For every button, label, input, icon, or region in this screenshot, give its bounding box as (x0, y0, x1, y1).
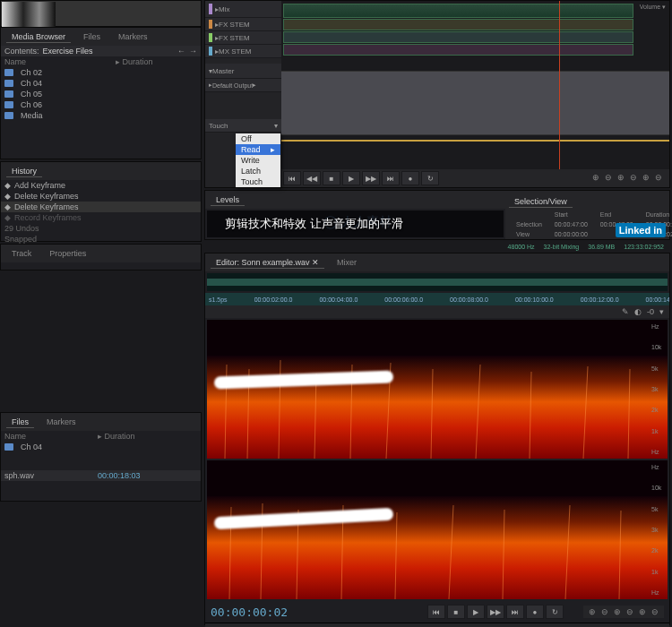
transport-ff[interactable]: ▶▶ (487, 605, 504, 619)
history-item[interactable]: ◆ Record Keyframes (1, 212, 201, 223)
history-panel: History ◆ Add Keyframe ◆ Delete Keyframe… (0, 161, 202, 242)
history-tab[interactable]: History (6, 166, 42, 177)
chevron-down-icon: ▾ (274, 122, 278, 130)
undo-count: 29 Undos (4, 224, 39, 233)
default-output[interactable]: Default Output (212, 82, 253, 89)
files-tab[interactable]: Files (78, 31, 106, 42)
folder-item[interactable]: Ch 05 (1, 89, 201, 99)
snapped-label: Snapped (4, 235, 37, 244)
audio-clip[interactable] (283, 4, 633, 18)
files-folder-item[interactable]: Ch 04 (1, 442, 201, 452)
nav-back-icon[interactable]: ← (177, 47, 185, 56)
transport-rewind[interactable]: ⏮ (283, 171, 301, 185)
folder-list: Ch 02 Ch 04 Ch 05 Ch 06 Media (1, 67, 201, 121)
transport-rewind[interactable]: ⏮ (427, 605, 445, 619)
duration-column-header[interactable]: ▸ Duration (116, 57, 153, 66)
editor-tab[interactable]: Editor: Sonn example.wav ✕ (211, 257, 324, 269)
automation-menu: Off Read ▸ Write Latch Touch (236, 133, 280, 187)
contents-label: Contents: (4, 47, 39, 56)
automation-option-read[interactable]: Read ▸ (236, 144, 280, 155)
svg-rect-15 (207, 496, 668, 599)
transport-ff[interactable]: ▶▶ (362, 171, 380, 185)
history-item[interactable]: ◆ Delete Keyframes (1, 202, 201, 212)
mixer-tab[interactable]: Mixer (332, 257, 362, 268)
svg-rect-2 (207, 356, 668, 459)
folder-item[interactable]: Media (1, 110, 201, 121)
folder-item[interactable]: Ch 06 (1, 99, 201, 110)
files-panel: Files Markers Name ▸ Duration Ch 04 sph.… (0, 412, 202, 502)
folder-item[interactable]: Ch 04 (1, 78, 201, 89)
folder-item[interactable]: Ch 02 (1, 67, 201, 78)
selection-view-tab[interactable]: Selection/View (509, 196, 573, 208)
media-browser-tab[interactable]: Media Browser (6, 31, 71, 43)
clip-duration: 00:00:18:03 (98, 471, 141, 480)
nav-fwd-icon[interactable]: → (189, 47, 197, 56)
linkedin-badge: Linked in (616, 223, 666, 237)
zoom-in-icon[interactable]: ⊕ (589, 607, 596, 616)
zoom-controls[interactable]: ⊕⊖⊕⊖⊕⊖ (587, 171, 668, 185)
transport-record[interactable]: ● (526, 605, 544, 619)
transport-stop[interactable]: ■ (447, 605, 465, 619)
zoom-out-icon[interactable]: ⊖ (601, 607, 608, 616)
transport-record[interactable]: ● (401, 171, 419, 185)
markers-tab[interactable]: Markers (113, 31, 153, 42)
automation-option-off[interactable]: Off (236, 133, 280, 144)
transport-stop[interactable]: ■ (323, 171, 340, 185)
files-tab-bottom[interactable]: Files (6, 417, 34, 428)
transport-play[interactable]: ▶ (342, 171, 360, 185)
automation-option-write[interactable]: Write (236, 155, 280, 166)
editor-panel: Editor: Sonn example.wav ✕ Mixer s1.5ps0… (204, 253, 670, 625)
sel-start[interactable]: 00:00:47:00 (549, 220, 593, 228)
name-column-header[interactable]: Name (4, 57, 112, 66)
levels-tab[interactable]: Levels (211, 194, 245, 206)
markers-tab-bottom[interactable]: Markers (41, 417, 82, 427)
history-item[interactable]: ◆ Delete Keyframes (1, 191, 201, 202)
transport-loop[interactable]: ↻ (546, 605, 564, 619)
path-value: Exercise Files (43, 47, 93, 56)
transport-controls: ⏮ ◀◀ ■ ▶ ▶▶ ⏭ ● ↻ ⊕⊖⊕⊖⊕⊖ (281, 169, 669, 187)
duration-header[interactable]: ▸ Duration (98, 432, 135, 441)
subtitle-text: 剪辑技术和特效 让声音更加的平滑 (225, 216, 403, 232)
automation-mode-dropdown[interactable]: Touch▾ (205, 119, 281, 133)
spectrogram-right[interactable]: Hz10k5k3k2k1kHz (207, 460, 668, 599)
audio-file-item[interactable]: sph.wav 00:00:18:03 (1, 470, 201, 481)
name-header[interactable]: Name (4, 432, 94, 441)
media-browser-panel: Media Browser Files Markers Contents: Ex… (0, 27, 202, 159)
transport-rev[interactable]: ◀◀ (303, 171, 321, 185)
time-ruler[interactable]: s1.5ps00:00:02:00.000:00:04:00.000:00:06… (205, 293, 669, 305)
history-item[interactable]: ◆ Add Keyframe (1, 180, 201, 191)
status-samplerate: 48000 Hz (508, 244, 535, 250)
tool-icon[interactable]: ✎ (622, 307, 629, 316)
automation-option-latch[interactable]: Latch (236, 166, 280, 176)
master-track[interactable]: Master (212, 67, 234, 75)
volume-label: Volume ▾ (640, 4, 666, 11)
automation-option-touch[interactable]: Touch (236, 176, 280, 187)
timecode[interactable]: 00:00:00:02 (211, 606, 288, 619)
transport-end[interactable]: ⏭ (506, 605, 524, 619)
spectrogram-left[interactable]: Hz10k5k3k2k1kHz (207, 320, 668, 459)
transport-play[interactable]: ▶ (467, 605, 485, 619)
overview-waveform[interactable] (207, 273, 668, 291)
tool-icon[interactable]: ◐ (634, 307, 642, 316)
transport-end[interactable]: ⏭ (382, 171, 400, 185)
transport-loop[interactable]: ↻ (421, 171, 439, 185)
multitrack-panel: ▸ Mix ▸ FX STEM ▸ FX STEM ▸ MX STEM ▾ Ma… (204, 0, 670, 188)
